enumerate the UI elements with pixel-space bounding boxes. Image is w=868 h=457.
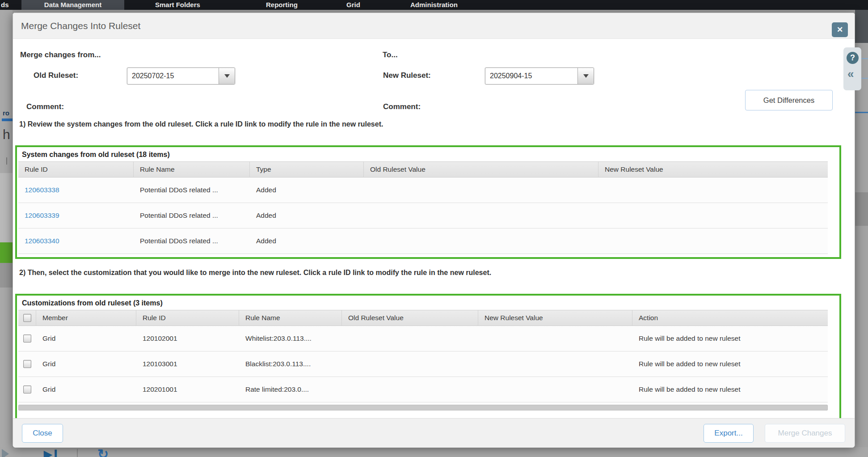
table-row: 120603340 Potential DDoS related ... Add… <box>18 228 828 254</box>
comment-to-label: Comment: <box>383 102 421 111</box>
toolbar-divider <box>77 449 78 457</box>
background-panel-band <box>0 263 13 288</box>
system-changes-table-title: System changes from old ruleset (18 item… <box>18 148 828 161</box>
column-header-rule-name[interactable]: Rule Name <box>134 162 250 177</box>
customizations-table-header: Member Rule ID Rule Name Old Ruleset Val… <box>18 310 828 326</box>
system-changes-table: System changes from old ruleset (18 item… <box>15 145 841 259</box>
comment-from-label: Comment: <box>26 102 64 111</box>
instruction-step2: 2) Then, select the customization that y… <box>19 269 491 277</box>
rule-name-cell: Blacklist:203.0.113.... <box>239 351 342 377</box>
old-value-cell <box>342 377 478 402</box>
background-left-strip: ro h <box>0 10 13 457</box>
rule-name-cell: Whitelist:203.0.113.... <box>239 326 342 351</box>
screen: ds Data Management Smart Folders Reporti… <box>0 0 868 457</box>
column-header-new-ruleset-value[interactable]: New Ruleset Value <box>478 310 632 326</box>
old-value-cell <box>364 203 598 228</box>
old-value-cell <box>364 178 598 203</box>
dialog-footer: Close Export... Merge Changes <box>13 418 855 448</box>
horizontal-scrollbar[interactable] <box>18 405 828 410</box>
rule-id-link[interactable]: 120603338 <box>25 186 59 194</box>
nav-smart-folders[interactable]: Smart Folders <box>155 0 200 10</box>
rule-name-cell: Potential DDoS related ... <box>134 203 250 228</box>
old-value-cell <box>364 228 598 254</box>
old-ruleset-select[interactable]: 20250702-15 <box>127 68 235 85</box>
nav-grid[interactable]: Grid <box>346 0 360 10</box>
new-value-cell <box>598 203 828 228</box>
new-value-cell <box>598 228 828 254</box>
member-cell: Grid <box>36 377 136 402</box>
type-cell: Added <box>250 178 364 203</box>
instruction-step1: 1) Review the system changes from the ol… <box>19 120 383 128</box>
table-row: 120603338 Potential DDoS related ... Add… <box>18 178 828 203</box>
column-header-rule-name[interactable]: Rule Name <box>239 310 342 326</box>
background-divider <box>6 157 7 165</box>
background-panel-band <box>855 192 868 226</box>
customizations-table: Customizations from old ruleset (3 items… <box>15 294 841 420</box>
type-cell: Added <box>250 228 364 254</box>
new-value-cell <box>478 377 632 402</box>
old-value-cell <box>342 351 478 377</box>
nav-data-management[interactable]: Data Management <box>21 0 124 10</box>
merge-changes-button[interactable]: Merge Changes <box>765 424 845 443</box>
column-header-type[interactable]: Type <box>250 162 364 177</box>
background-heading-fragment: h <box>3 127 10 142</box>
get-differences-button[interactable]: Get Differences <box>745 90 833 110</box>
new-value-cell <box>598 178 828 203</box>
table-row: Grid 120103001 Blacklist:203.0.113.... R… <box>18 351 828 377</box>
row-checkbox[interactable] <box>23 360 31 368</box>
merge-changes-dialog: Merge Changes Into Ruleset ✕ Merge chang… <box>13 13 855 447</box>
panel-collapse-arrow-icon <box>2 449 9 457</box>
new-value-cell <box>478 351 632 377</box>
dialog-title: Merge Changes Into Ruleset <box>21 13 140 39</box>
merge-from-heading: Merge changes from... <box>20 51 101 59</box>
merge-to-heading: To... <box>383 51 398 59</box>
help-flyout-panel: ? « <box>843 47 861 90</box>
row-checkbox[interactable] <box>23 385 31 394</box>
column-header-action[interactable]: Action <box>632 310 828 326</box>
export-button[interactable]: Export... <box>704 424 754 443</box>
nav-dashboards-partial[interactable]: ds <box>1 0 9 10</box>
new-ruleset-value: 20250904-15 <box>485 68 577 84</box>
new-ruleset-select[interactable]: 20250904-15 <box>485 68 594 85</box>
close-button[interactable]: Close <box>22 424 63 443</box>
rule-name-cell: Rate limited:203.0.... <box>239 377 342 402</box>
new-ruleset-dropdown-button[interactable] <box>577 68 594 84</box>
column-header-rule-id[interactable]: Rule ID <box>136 310 239 326</box>
background-text-fragment: ro <box>3 109 9 117</box>
customizations-table-title: Customizations from old ruleset (3 items… <box>18 296 828 310</box>
table-row: Grid 120201001 Rate limited:203.0.... Ru… <box>18 377 828 402</box>
close-dialog-button[interactable]: ✕ <box>832 22 848 37</box>
rule-name-cell: Potential DDoS related ... <box>134 228 250 254</box>
top-nav-bar: ds Data Management Smart Folders Reporti… <box>0 0 868 10</box>
chevron-down-icon <box>583 74 589 78</box>
old-ruleset-value: 20250702-15 <box>127 68 219 84</box>
help-icon[interactable]: ? <box>847 52 859 64</box>
select-all-checkbox[interactable] <box>23 314 31 322</box>
collapse-chevrons-icon[interactable]: « <box>847 67 854 80</box>
rule-name-cell: Potential DDoS related ... <box>134 178 250 203</box>
action-cell: Rule will be added to new ruleset <box>632 326 828 351</box>
background-panel-band <box>0 173 13 242</box>
chevron-down-icon <box>224 74 230 78</box>
background-bottom-strip <box>0 447 868 457</box>
action-cell: Rule will be added to new ruleset <box>632 377 828 402</box>
refresh-icon: ↻ <box>97 446 109 457</box>
column-header-member[interactable]: Member <box>36 310 136 326</box>
column-header-old-ruleset-value[interactable]: Old Ruleset Value <box>364 162 598 177</box>
nav-reporting[interactable]: Reporting <box>266 0 298 10</box>
nav-administration[interactable]: Administration <box>410 0 458 10</box>
column-header-old-ruleset-value[interactable]: Old Ruleset Value <box>342 310 478 326</box>
row-checkbox[interactable] <box>23 334 31 343</box>
rule-id-cell: 120103001 <box>136 351 239 377</box>
table-row: 120603339 Potential DDoS related ... Add… <box>18 203 828 228</box>
rule-id-link[interactable]: 120603340 <box>25 237 59 245</box>
member-cell: Grid <box>36 326 136 351</box>
column-header-new-ruleset-value[interactable]: New Ruleset Value <box>598 162 828 177</box>
background-panel-band <box>855 10 868 43</box>
old-ruleset-dropdown-button[interactable] <box>219 68 235 84</box>
column-header-rule-id[interactable]: Rule ID <box>18 162 134 177</box>
old-value-cell <box>342 326 478 351</box>
new-ruleset-label: New Ruleset: <box>383 71 431 80</box>
skip-forward-icon: ▶❙ <box>44 448 59 457</box>
rule-id-link[interactable]: 120603339 <box>25 212 59 220</box>
